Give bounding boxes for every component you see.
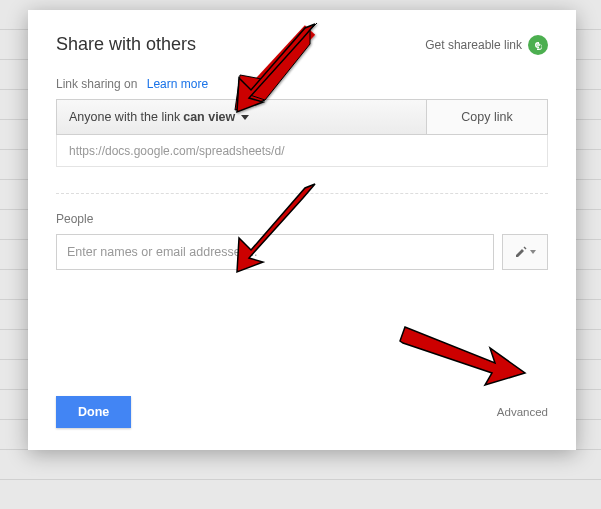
divider [56, 193, 548, 194]
pencil-icon [515, 246, 527, 258]
link-sharing-status: Link sharing on Learn more [56, 77, 548, 91]
advanced-link[interactable]: Advanced [497, 406, 548, 418]
get-shareable-link-button[interactable]: Get shareable link [425, 35, 548, 55]
people-label: People [56, 212, 548, 226]
copy-link-button[interactable]: Copy link [427, 100, 547, 134]
caret-down-icon [530, 250, 536, 254]
learn-more-link[interactable]: Learn more [147, 77, 208, 91]
done-button[interactable]: Done [56, 396, 131, 428]
get-shareable-link-label: Get shareable link [425, 38, 522, 52]
people-permission-button[interactable] [502, 234, 548, 270]
permission-bar: Anyone with the link can view Copy link [56, 99, 548, 135]
dialog-title: Share with others [56, 34, 196, 55]
share-url-field[interactable]: https://docs.google.com/spreadsheets/d/ [56, 135, 548, 167]
share-dialog: Share with others Get shareable link Lin… [28, 10, 576, 450]
people-input[interactable] [56, 234, 494, 270]
caret-down-icon [241, 115, 249, 120]
link-permission-dropdown[interactable]: Anyone with the link can view [57, 100, 427, 134]
link-icon [528, 35, 548, 55]
